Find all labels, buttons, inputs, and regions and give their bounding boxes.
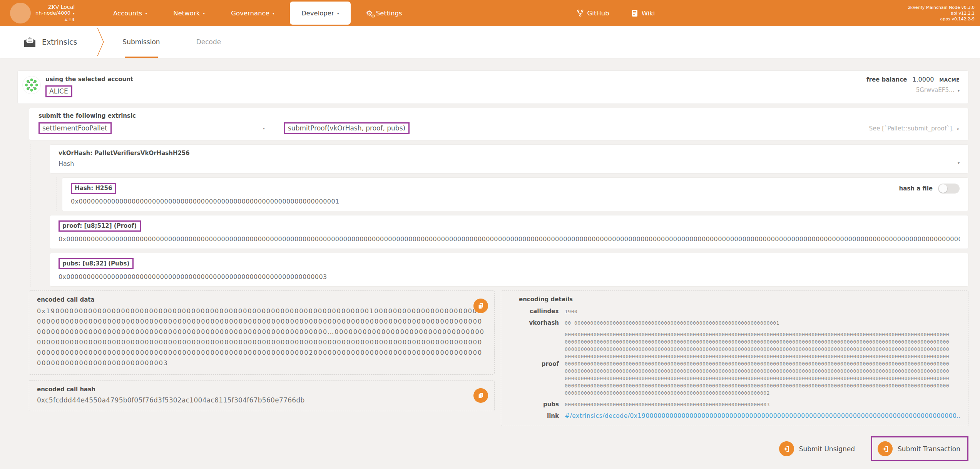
proof-type-label: proof: [u8;512] (Proof) bbox=[59, 220, 141, 232]
account-name: ALICE bbox=[49, 87, 68, 95]
gear-icon: ⚙⚙ bbox=[366, 10, 373, 17]
callindex-label: callindex bbox=[501, 308, 559, 315]
account-address: 5GrwvaEF5… bbox=[916, 87, 955, 93]
account-identicon[interactable] bbox=[22, 76, 41, 94]
encoded-call-data-value: 0x19000000000000000000000000000000000000… bbox=[37, 306, 487, 368]
github-fork-icon bbox=[577, 9, 584, 17]
chevron-down-icon: ▾ bbox=[263, 126, 265, 130]
encoded-call-hash-box: encoded call hash 0xc5fcddd44e4550a4795b… bbox=[29, 380, 495, 411]
node-version: zkVerify Mainchain Node v0.3.0 bbox=[908, 5, 975, 10]
chevron-down-icon: ▾ bbox=[203, 11, 205, 15]
top-navigation: ZKV Local nh-node/4000▾ #14 Accounts▾ Ne… bbox=[0, 0, 980, 26]
pallet-select[interactable]: settlementFooPallet ▾ bbox=[38, 122, 265, 134]
menu-governance[interactable]: Governance▾ bbox=[218, 0, 288, 26]
proof-value-input[interactable]: 0x00000000000000000000000000000000000000… bbox=[59, 235, 960, 243]
pubs-value: 0000000000000000000000000000000000000000… bbox=[565, 401, 961, 408]
menu-network[interactable]: Network▾ bbox=[160, 0, 218, 26]
proof-value: 0000000000000000000000000000000000000000… bbox=[565, 331, 961, 397]
param-vkorhash: vkOrHash: PalletVerifiersVkOrHashH256 Ha… bbox=[50, 144, 968, 174]
selected-account-select[interactable]: ALICE bbox=[45, 85, 72, 97]
action-buttons: Submit Unsigned Submit Transaction bbox=[29, 436, 968, 461]
copy-icon bbox=[477, 392, 484, 399]
callindex-value: 1900 bbox=[565, 308, 961, 315]
chevron-down-icon: ▾ bbox=[957, 127, 959, 131]
section-header: Extrinsics bbox=[24, 26, 77, 58]
network-logo[interactable] bbox=[10, 3, 31, 23]
menu-accounts[interactable]: Accounts▾ bbox=[100, 0, 160, 26]
encoded-call-hash-value: 0xc5fcddd44e4550a4795b0f05f76d3f5302ac10… bbox=[37, 396, 487, 404]
method-docs: See [`Pallet::submit_proof`]. bbox=[869, 125, 954, 132]
encoded-call-hash-label: encoded call hash bbox=[37, 386, 487, 393]
vkorhash-value: 00 0000000000000000000000000000000000000… bbox=[565, 319, 961, 327]
github-link[interactable]: GitHub bbox=[577, 9, 609, 17]
param-pubs: pubs: [u8;32] (Pubs) 0x00000000000000000… bbox=[50, 253, 968, 287]
chevron-down-icon: ▾ bbox=[958, 161, 960, 165]
hash-a-file-label: hash a file bbox=[899, 185, 933, 192]
copy-call-data-button[interactable] bbox=[473, 299, 488, 313]
submit-unsigned-button[interactable]: Submit Unsigned bbox=[779, 441, 855, 456]
chevron-down-icon: ▾ bbox=[273, 11, 274, 15]
tab-submission[interactable]: Submission bbox=[122, 26, 160, 58]
envelope-icon bbox=[24, 37, 36, 47]
free-balance-value: 1.0000 bbox=[912, 76, 934, 83]
section-title: Extrinsics bbox=[42, 38, 77, 46]
node-endpoint: nh-node/4000 bbox=[35, 10, 70, 16]
external-links: GitHub Wiki bbox=[577, 9, 655, 17]
submit-transaction-highlight: Submit Transaction bbox=[871, 436, 968, 461]
account-section: using the selected account ALICE free ba… bbox=[17, 70, 968, 104]
hash-a-file-toggle[interactable] bbox=[938, 184, 960, 194]
param-proof: proof: [u8;512] (Proof) 0x00000000000000… bbox=[50, 215, 968, 249]
method-select[interactable]: submitProof(vkOrHash, proof, pubs) bbox=[284, 122, 410, 134]
pubs-label: pubs bbox=[501, 401, 559, 408]
link-label: link bbox=[501, 412, 559, 420]
encoded-call-data-label: encoded call data bbox=[37, 296, 487, 303]
pubs-value-input[interactable]: 0x00000000000000000000000000000000000000… bbox=[59, 273, 960, 280]
block-number: #14 bbox=[64, 17, 75, 23]
node-selector[interactable]: ZKV Local nh-node/4000▾ #14 bbox=[35, 4, 75, 23]
copy-icon bbox=[477, 302, 484, 309]
chevron-down-icon: ▾ bbox=[958, 88, 960, 93]
vkorhash-label: vkorhash bbox=[501, 319, 559, 327]
encoding-details-title: encoding details bbox=[519, 296, 961, 303]
hash-type-label: Hash: H256 bbox=[71, 183, 116, 194]
menu-developer[interactable]: Developer▾ bbox=[290, 2, 351, 25]
main-menu: Accounts▾ Network▾ Governance▾ Developer… bbox=[100, 0, 415, 26]
encoded-outputs: encoded call data 0x19000000000000000000… bbox=[29, 290, 968, 426]
pubs-type-label: pubs: [u8;32] (Pubs) bbox=[59, 258, 134, 269]
network-name: ZKV Local bbox=[48, 4, 75, 10]
version-info: zkVerify Mainchain Node v0.3.0 api v12.2… bbox=[908, 5, 975, 22]
vkorhash-variant-select[interactable]: Hash bbox=[59, 160, 960, 167]
api-version: api v12.2.1 bbox=[908, 10, 975, 16]
method-docs-dropdown[interactable]: See [`Pallet::submit_proof`].▾ bbox=[869, 125, 959, 132]
sign-in-icon bbox=[779, 441, 794, 456]
chevron-down-icon: ▾ bbox=[73, 11, 75, 15]
tab-bar: Extrinsics Submission Decode bbox=[0, 26, 980, 58]
free-balance-label: free balance bbox=[866, 76, 907, 83]
extrinsic-section: submit the following extrinsic settlemen… bbox=[29, 108, 968, 140]
pallet-name: settlementFooPallet bbox=[42, 124, 107, 132]
apps-version: apps v0.142.2-9 bbox=[908, 16, 975, 22]
hash-value-input[interactable]: 0x00000000000000000000000000000000000000… bbox=[71, 198, 960, 205]
menu-settings[interactable]: ⚙⚙Settings bbox=[353, 0, 415, 26]
submit-transaction-button[interactable]: Submit Transaction bbox=[878, 441, 960, 456]
section-divider-chevron bbox=[97, 28, 105, 56]
param-hash: Hash: H256 hash a file 0x000000000000000… bbox=[62, 177, 968, 211]
vkorhash-type-label: vkOrHash: PalletVerifiersVkOrHashH256 bbox=[59, 150, 960, 157]
account-address-dropdown[interactable]: 5GrwvaEF5…▾ bbox=[866, 87, 960, 93]
tab-decode[interactable]: Decode bbox=[196, 26, 221, 58]
decode-link[interactable]: #/extrinsics/decode/0x190000000000000000… bbox=[565, 412, 961, 420]
encoding-details-box: encoding details callindex 1900 vkorhash… bbox=[501, 290, 968, 426]
call-parameters: vkOrHash: PalletVerifiersVkOrHashH256 Ha… bbox=[30, 144, 968, 287]
tabs: Submission Decode bbox=[122, 26, 221, 58]
proof-label: proof bbox=[501, 361, 559, 367]
extrinsics-submission-page: using the selected account ALICE free ba… bbox=[0, 58, 980, 461]
method-signature: submitProof(vkOrHash, proof, pubs) bbox=[288, 124, 405, 132]
encoded-call-data-box: encoded call data 0x19000000000000000000… bbox=[29, 290, 495, 375]
toggle-knob bbox=[939, 184, 947, 193]
chevron-down-icon: ▾ bbox=[337, 11, 339, 15]
chevron-down-icon: ▾ bbox=[145, 11, 147, 15]
wiki-link[interactable]: Wiki bbox=[632, 10, 655, 17]
copy-call-hash-button[interactable] bbox=[473, 388, 488, 403]
sign-in-icon bbox=[878, 441, 893, 456]
extrinsic-section-label: submit the following extrinsic bbox=[38, 112, 959, 119]
